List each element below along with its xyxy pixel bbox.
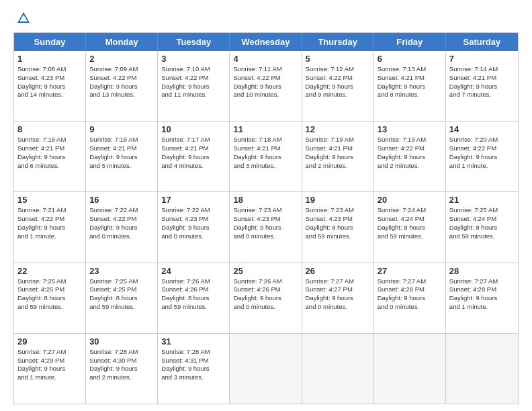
day-number: 24: [161, 266, 226, 276]
header-day-wednesday: Wednesday: [230, 33, 302, 51]
calendar-cell-13: 13Sunrise: 7:19 AMSunset: 4:22 PMDayligh…: [374, 122, 446, 191]
day-number: 14: [449, 124, 515, 134]
cell-info: Sunrise: 7:26 AMSunset: 4:26 PMDaylight:…: [161, 277, 226, 312]
day-number: 29: [17, 336, 82, 347]
cell-info: Sunrise: 7:12 AMSunset: 4:22 PMDaylight:…: [306, 65, 370, 99]
calendar-cell-11: 11Sunrise: 7:18 AMSunset: 4:21 PMDayligh…: [230, 122, 302, 191]
cell-info: Sunrise: 7:19 AMSunset: 4:22 PMDaylight:…: [378, 136, 442, 170]
day-number: 28: [449, 266, 515, 276]
calendar-row-2: 15Sunrise: 7:21 AMSunset: 4:22 PMDayligh…: [14, 191, 518, 262]
day-number: 17: [161, 195, 226, 205]
cell-info: Sunrise: 7:10 AMSunset: 4:22 PMDaylight:…: [161, 65, 226, 99]
cell-info: Sunrise: 7:24 AMSunset: 4:24 PMDaylight:…: [378, 206, 442, 240]
cell-info: Sunrise: 7:22 AMSunset: 4:23 PMDaylight:…: [161, 206, 226, 240]
calendar-cell-20: 20Sunrise: 7:24 AMSunset: 4:24 PMDayligh…: [374, 192, 446, 262]
calendar-row-4: 29Sunrise: 7:27 AMSunset: 4:29 PMDayligh…: [14, 333, 518, 404]
day-number: 7: [449, 54, 515, 64]
calendar-cell-30: 30Sunrise: 7:28 AMSunset: 4:30 PMDayligh…: [86, 334, 158, 404]
day-number: 22: [17, 266, 82, 276]
day-number: 18: [233, 195, 298, 205]
calendar-cell-empty-4-6: [446, 334, 518, 404]
calendar-cell-17: 17Sunrise: 7:22 AMSunset: 4:23 PMDayligh…: [158, 192, 230, 262]
day-number: 11: [233, 124, 298, 134]
calendar-cell-28: 28Sunrise: 7:27 AMSunset: 4:28 PMDayligh…: [446, 263, 518, 333]
calendar-row-1: 8Sunrise: 7:15 AMSunset: 4:21 PMDaylight…: [14, 121, 518, 191]
calendar-cell-21: 21Sunrise: 7:25 AMSunset: 4:24 PMDayligh…: [446, 192, 518, 262]
calendar-cell-8: 8Sunrise: 7:15 AMSunset: 4:21 PMDaylight…: [14, 122, 86, 191]
calendar-cell-27: 27Sunrise: 7:27 AMSunset: 4:28 PMDayligh…: [374, 263, 446, 333]
cell-info: Sunrise: 7:13 AMSunset: 4:21 PMDaylight:…: [378, 65, 442, 99]
calendar-cell-1: 1Sunrise: 7:08 AMSunset: 4:23 PMDaylight…: [14, 51, 86, 121]
calendar: SundayMondayTuesdayWednesdayThursdayFrid…: [13, 32, 519, 404]
calendar-cell-14: 14Sunrise: 7:20 AMSunset: 4:22 PMDayligh…: [446, 122, 518, 191]
calendar-cell-29: 29Sunrise: 7:27 AMSunset: 4:29 PMDayligh…: [14, 334, 86, 404]
day-number: 26: [306, 266, 370, 276]
calendar-cell-23: 23Sunrise: 7:25 AMSunset: 4:25 PMDayligh…: [86, 263, 158, 333]
calendar-cell-5: 5Sunrise: 7:12 AMSunset: 4:22 PMDaylight…: [302, 51, 374, 121]
calendar-cell-empty-4-4: [302, 334, 374, 404]
calendar-cell-6: 6Sunrise: 7:13 AMSunset: 4:21 PMDaylight…: [374, 51, 446, 121]
day-number: 23: [89, 266, 154, 276]
cell-info: Sunrise: 7:27 AMSunset: 4:27 PMDaylight:…: [306, 277, 370, 312]
cell-info: Sunrise: 7:16 AMSunset: 4:21 PMDaylight:…: [89, 136, 154, 170]
day-number: 9: [89, 124, 154, 134]
header-day-tuesday: Tuesday: [158, 33, 230, 51]
cell-info: Sunrise: 7:27 AMSunset: 4:29 PMDaylight:…: [17, 348, 82, 382]
cell-info: Sunrise: 7:26 AMSunset: 4:26 PMDaylight:…: [233, 277, 298, 312]
calendar-cell-3: 3Sunrise: 7:10 AMSunset: 4:22 PMDaylight…: [158, 51, 230, 121]
calendar-cell-16: 16Sunrise: 7:22 AMSunset: 4:22 PMDayligh…: [86, 192, 158, 262]
day-number: 2: [89, 54, 154, 64]
day-number: 5: [306, 54, 370, 64]
cell-info: Sunrise: 7:27 AMSunset: 4:28 PMDaylight:…: [378, 277, 442, 312]
cell-info: Sunrise: 7:09 AMSunset: 4:22 PMDaylight:…: [89, 65, 154, 99]
cell-info: Sunrise: 7:25 AMSunset: 4:25 PMDaylight:…: [89, 277, 154, 312]
calendar-cell-25: 25Sunrise: 7:26 AMSunset: 4:26 PMDayligh…: [230, 263, 302, 333]
day-number: 10: [161, 124, 226, 134]
calendar-row-3: 22Sunrise: 7:25 AMSunset: 4:25 PMDayligh…: [14, 263, 518, 333]
calendar-cell-empty-4-3: [230, 334, 302, 404]
cell-info: Sunrise: 7:23 AMSunset: 4:23 PMDaylight:…: [306, 206, 370, 240]
header: [13, 11, 519, 26]
day-number: 13: [378, 124, 442, 134]
cell-info: Sunrise: 7:20 AMSunset: 4:22 PMDaylight:…: [449, 136, 515, 170]
cell-info: Sunrise: 7:17 AMSunset: 4:21 PMDaylight:…: [161, 136, 226, 170]
day-number: 12: [306, 124, 370, 134]
calendar-cell-empty-4-5: [374, 334, 446, 404]
cell-info: Sunrise: 7:19 AMSunset: 4:21 PMDaylight:…: [306, 136, 370, 170]
day-number: 15: [17, 195, 82, 205]
calendar-cell-22: 22Sunrise: 7:25 AMSunset: 4:25 PMDayligh…: [14, 263, 86, 333]
cell-info: Sunrise: 7:28 AMSunset: 4:30 PMDaylight:…: [89, 348, 154, 382]
day-number: 1: [17, 54, 82, 64]
day-number: 31: [161, 336, 226, 347]
calendar-cell-24: 24Sunrise: 7:26 AMSunset: 4:26 PMDayligh…: [158, 263, 230, 333]
header-day-sunday: Sunday: [14, 33, 86, 51]
cell-info: Sunrise: 7:23 AMSunset: 4:23 PMDaylight:…: [233, 206, 298, 240]
cell-info: Sunrise: 7:25 AMSunset: 4:25 PMDaylight:…: [17, 277, 82, 312]
header-day-friday: Friday: [374, 33, 446, 51]
header-day-saturday: Saturday: [446, 33, 518, 51]
day-number: 19: [306, 195, 370, 205]
calendar-cell-12: 12Sunrise: 7:19 AMSunset: 4:21 PMDayligh…: [302, 122, 374, 191]
cell-info: Sunrise: 7:22 AMSunset: 4:22 PMDaylight:…: [89, 206, 154, 240]
calendar-row-0: 1Sunrise: 7:08 AMSunset: 4:23 PMDaylight…: [14, 51, 518, 121]
calendar-cell-31: 31Sunrise: 7:28 AMSunset: 4:31 PMDayligh…: [158, 334, 230, 404]
cell-info: Sunrise: 7:25 AMSunset: 4:24 PMDaylight:…: [449, 206, 515, 240]
day-number: 3: [161, 54, 226, 64]
cell-info: Sunrise: 7:11 AMSunset: 4:22 PMDaylight:…: [233, 65, 298, 99]
day-number: 6: [378, 54, 442, 64]
logo: [13, 11, 31, 26]
cell-info: Sunrise: 7:18 AMSunset: 4:21 PMDaylight:…: [233, 136, 298, 170]
day-number: 30: [89, 336, 154, 347]
cell-info: Sunrise: 7:21 AMSunset: 4:22 PMDaylight:…: [17, 206, 82, 240]
cell-info: Sunrise: 7:08 AMSunset: 4:23 PMDaylight:…: [17, 65, 82, 99]
logo-icon: [16, 11, 31, 26]
cell-info: Sunrise: 7:27 AMSunset: 4:28 PMDaylight:…: [449, 277, 515, 312]
calendar-cell-15: 15Sunrise: 7:21 AMSunset: 4:22 PMDayligh…: [14, 192, 86, 262]
calendar-cell-10: 10Sunrise: 7:17 AMSunset: 4:21 PMDayligh…: [158, 122, 230, 191]
calendar-body: 1Sunrise: 7:08 AMSunset: 4:23 PMDaylight…: [14, 51, 518, 404]
day-number: 16: [89, 195, 154, 205]
day-number: 20: [378, 195, 442, 205]
day-number: 27: [378, 266, 442, 276]
page: SundayMondayTuesdayWednesdayThursdayFrid…: [0, 0, 532, 411]
cell-info: Sunrise: 7:14 AMSunset: 4:21 PMDaylight:…: [449, 65, 515, 99]
